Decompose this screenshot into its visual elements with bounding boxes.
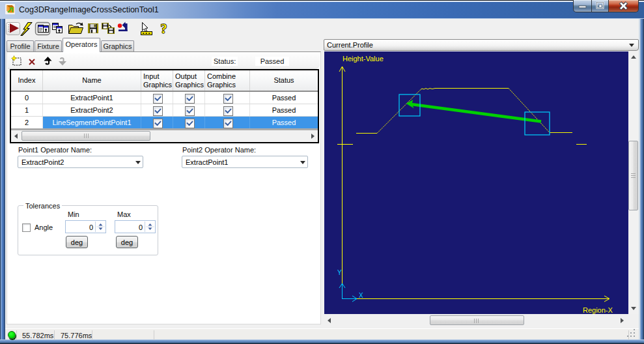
svg-text:Region-X: Region-X xyxy=(583,306,613,314)
svg-text:X: X xyxy=(359,292,363,299)
svg-text:Height-Value: Height-Value xyxy=(343,55,384,63)
svg-text:?: ? xyxy=(161,22,167,36)
svg-text:Y: Y xyxy=(337,269,342,276)
